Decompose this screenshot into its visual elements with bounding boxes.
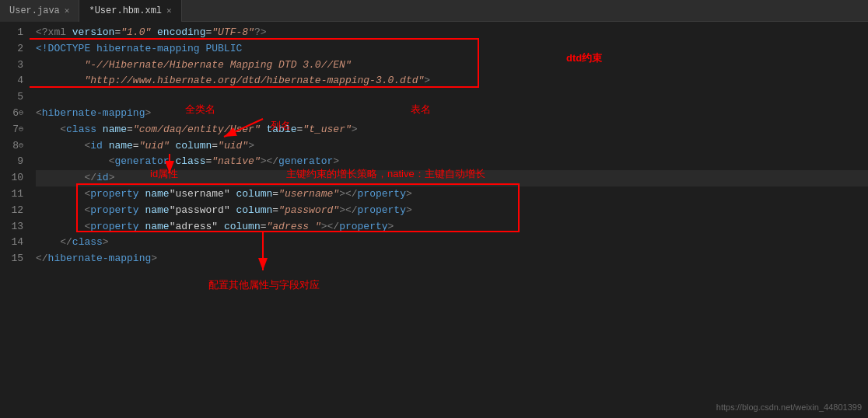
tab-user-java-label: User.java [9, 5, 60, 16]
code-line-5 [36, 89, 868, 106]
code-line-1: <?xml version="1.0" encoding="UTF-8"?> [36, 25, 868, 41]
code-content[interactable]: <?xml version="1.0" encoding="UTF-8"?> <… [30, 22, 868, 418]
line-num-5: 5 [0, 89, 23, 106]
code-line-6: <hibernate-mapping> [36, 106, 868, 122]
dtd-annotation: dtd约束 [566, 51, 602, 65]
code-line-3: "-//Hibernate/Hibernate Mapping DTD 3.0/… [36, 57, 868, 74]
line-num-6: 6⊖ [0, 106, 23, 122]
code-line-2: <!DOCTYPE hibernate-mapping PUBLIC [36, 41, 868, 57]
tab-user-java-close[interactable]: ✕ [65, 5, 70, 16]
line-num-7: 7⊖ [0, 122, 23, 138]
code-area: 1 2 3 4 5 6⊖ 7⊖ 8⊖ 9 10 11 12 13 14 15 <… [0, 22, 868, 418]
idattr-annotation: id属性 [150, 167, 178, 181]
columnname-annotation: 列名 [271, 119, 291, 133]
line-num-4: 4 [0, 73, 23, 89]
line-num-8: 8⊖ [0, 138, 23, 155]
allclass-annotation: 全类名 [185, 103, 215, 117]
code-line-15: </hibernate-mapping> [36, 251, 868, 267]
line-num-14: 14 [0, 235, 23, 251]
tab-user-hbm-close[interactable]: ✕ [166, 5, 172, 16]
watermark: https://blog.csdn.net/weixin_44801399 [716, 402, 862, 412]
otherprop-annotation: 配置其他属性与字段对应 [208, 278, 320, 292]
line-num-9: 9 [0, 154, 23, 170]
line-num-13: 13 [0, 219, 23, 235]
code-line-13: <property name"adress" column="adress ">… [36, 219, 868, 235]
code-line-14: </class> [36, 235, 868, 251]
tab-user-hbm-label: *User.hbm.xml [89, 5, 162, 16]
pkstrategy-annotation: 主键约束的增长策略，native：主键自动增长 [286, 167, 485, 181]
line-num-15: 15 [0, 251, 23, 267]
code-line-11: <property name"username" column="usernam… [36, 186, 868, 203]
line-num-11: 11 [0, 186, 23, 203]
line-numbers: 1 2 3 4 5 6⊖ 7⊖ 8⊖ 9 10 11 12 13 14 15 [0, 22, 30, 418]
line-num-10: 10 [0, 170, 23, 186]
editor-container: User.java ✕ *User.hbm.xml ✕ 1 2 3 4 5 6⊖… [0, 0, 868, 418]
tab-user-hbm[interactable]: *User.hbm.xml ✕ [79, 0, 181, 22]
code-line-8: <id name="uid" column="uid"> [36, 138, 868, 155]
code-line-12: <property name"password" column="passwor… [36, 203, 868, 219]
code-line-4: "http://www.hibernate.org/dtd/hibernate-… [36, 73, 868, 89]
tab-user-java[interactable]: User.java ✕ [0, 0, 79, 22]
line-num-12: 12 [0, 203, 23, 219]
tablename-annotation: 表名 [411, 103, 431, 117]
tab-bar: User.java ✕ *User.hbm.xml ✕ [0, 0, 868, 22]
line-num-2: 2 [0, 41, 23, 57]
code-line-7: <class name="com/daq/entity/User" table=… [36, 122, 868, 138]
line-num-3: 3 [0, 57, 23, 74]
line-num-1: 1 [0, 25, 23, 41]
